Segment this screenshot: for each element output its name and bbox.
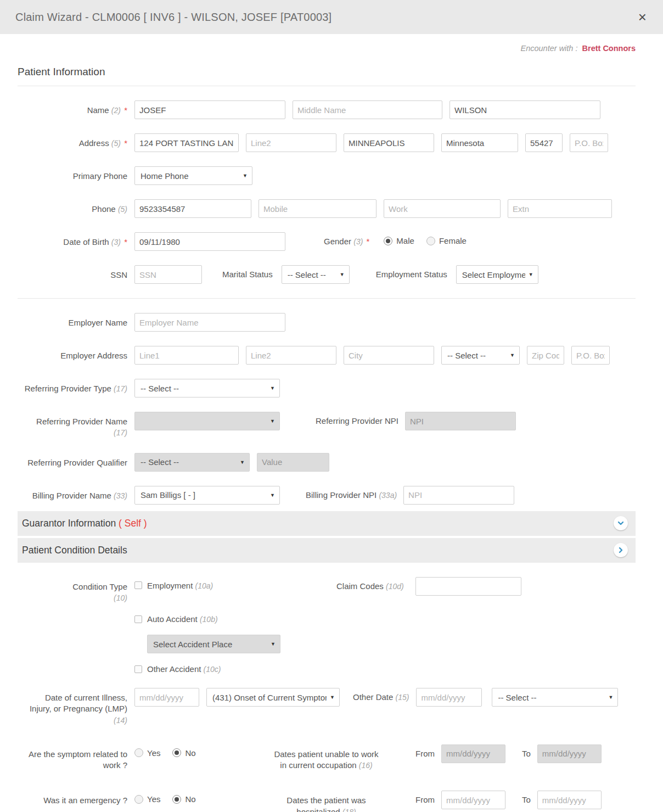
ssn-row: SSN Marital Status -- Select -- ▼ Employ…: [18, 265, 636, 284]
referring-provider-name-row: Referring Provider Name (17) ▼ Referring…: [18, 412, 636, 439]
illness-date-label: Date of current Illness, Injury, or Preg…: [18, 688, 127, 726]
middle-name-input[interactable]: [293, 100, 442, 119]
other-date-qualifier-select[interactable]: -- Select -- ▼: [492, 688, 618, 707]
emergency-no-radio[interactable]: No: [172, 794, 195, 804]
field-code: (5): [111, 139, 121, 148]
radio-selected-icon: [384, 237, 392, 245]
other-date-input[interactable]: [416, 688, 482, 707]
address-pobox-input[interactable]: [570, 133, 608, 152]
label-text: Auto Accident: [147, 614, 198, 624]
employer-address-row: Employer Address -- Select -- ▼: [18, 346, 636, 365]
field-code: (33): [114, 491, 127, 500]
mobile-phone-input[interactable]: [259, 199, 377, 218]
primary-phone-label: Primary Phone: [18, 166, 127, 182]
unable-work-from-input: [441, 744, 505, 763]
primary-phone-select[interactable]: Home Phone ▼: [134, 166, 252, 185]
radio-label: Male: [396, 236, 414, 245]
address-zip-input[interactable]: [525, 133, 563, 152]
label-text: Other Date: [353, 692, 393, 702]
home-phone-input[interactable]: [134, 199, 251, 218]
label-text: Condition Type: [72, 582, 127, 591]
close-icon[interactable]: ×: [638, 10, 647, 24]
emergency-row: Was it an emergency ? Yes No Dates the p…: [18, 791, 636, 812]
label-text: To: [522, 795, 531, 804]
radio-selected-icon: [172, 748, 181, 757]
address-row: Address (5) *: [18, 133, 636, 152]
billing-provider-npi-label: Billing Provider NPI (33a): [306, 486, 397, 500]
section-title-text: Patient Condition Details: [22, 545, 127, 556]
employer-pobox-input[interactable]: [571, 346, 610, 365]
dob-input[interactable]: [134, 232, 285, 251]
referring-provider-npi-input: [405, 412, 516, 430]
hospitalized-to-input[interactable]: [537, 791, 602, 809]
label-text: Billing Provider NPI: [306, 490, 377, 500]
work-phone-input[interactable]: [384, 199, 501, 218]
employment-status-label: Employment Status: [376, 265, 447, 279]
chevron-down-icon: ▼: [609, 695, 614, 700]
label-text: Dates the patient was: [286, 796, 366, 805]
illness-date-input[interactable]: [134, 688, 199, 707]
employer-name-input[interactable]: [134, 313, 285, 332]
section-guarantor-information[interactable]: Guarantor Information ( Self ): [18, 511, 636, 536]
chevron-down-icon[interactable]: [614, 516, 628, 530]
billing-provider-npi-input[interactable]: [403, 486, 514, 505]
auto-accident-checkbox[interactable]: [134, 615, 142, 623]
auto-accident-checkbox-item: Auto Accident (10b): [134, 614, 218, 624]
emergency-yes-radio[interactable]: Yes: [134, 794, 160, 804]
symptom-work-no-radio[interactable]: No: [172, 748, 195, 758]
label-text: Was it an emergency ?: [43, 796, 127, 805]
symptom-work-yes-radio[interactable]: Yes: [134, 748, 160, 758]
referring-provider-qualifier-row: Referring Provider Qualifier -- Select -…: [18, 453, 636, 472]
selected-value: Select Employment Status: [462, 270, 525, 279]
last-name-input[interactable]: [450, 100, 600, 119]
chevron-down-icon: ▼: [270, 492, 275, 498]
label-text: Marital Status: [222, 270, 273, 279]
employer-zip-input[interactable]: [527, 346, 564, 365]
ssn-input[interactable]: [134, 265, 202, 284]
encounter-provider-link[interactable]: Brett Connors: [582, 44, 636, 53]
label-text: work ?: [103, 760, 127, 770]
referring-provider-type-select[interactable]: -- Select -- ▼: [134, 379, 280, 397]
employer-state-select[interactable]: -- Select -- ▼: [441, 346, 520, 365]
referring-provider-name-label: Referring Provider Name (17): [18, 412, 127, 439]
radio-icon: [134, 748, 143, 757]
phone-extn-input[interactable]: [508, 199, 612, 218]
gender-female-radio[interactable]: Female: [426, 236, 467, 245]
address-line2-input[interactable]: [246, 133, 336, 152]
employer-city-input[interactable]: [344, 346, 434, 365]
claim-codes-input[interactable]: [415, 577, 521, 596]
first-name-input[interactable]: [134, 100, 285, 119]
field-code: (33a): [379, 491, 397, 500]
radio-label: No: [185, 794, 195, 804]
gender-label: Gender (3) *: [324, 232, 369, 246]
marital-status-select[interactable]: -- Select -- ▼: [282, 265, 350, 284]
employment-checkbox[interactable]: [134, 581, 142, 589]
address-line1-input[interactable]: [134, 133, 239, 152]
label-text: From: [415, 749, 435, 758]
required-asterisk: *: [124, 105, 127, 115]
selected-value: -- Select --: [141, 384, 267, 393]
address-city-input[interactable]: [344, 133, 434, 152]
billing-provider-name-select[interactable]: Sam Billigs [ - ] ▼: [134, 486, 280, 505]
section-patient-condition-details[interactable]: Patient Condition Details: [18, 538, 636, 563]
label-text: SSN: [110, 270, 127, 279]
employer-line1-input[interactable]: [134, 346, 239, 365]
label-text: hospitalized: [296, 807, 340, 812]
radio-icon: [426, 237, 435, 245]
other-accident-checkbox[interactable]: [134, 665, 142, 673]
illness-qualifier-select[interactable]: (431) Onset of Current Symptoms ▼: [206, 688, 340, 707]
gender-male-radio[interactable]: Male: [384, 236, 414, 245]
employer-line2-input[interactable]: [246, 346, 336, 365]
billing-provider-row: Billing Provider Name (33) Sam Billigs […: [18, 486, 636, 505]
hospitalized-from-input[interactable]: [441, 791, 505, 809]
section-title-text: Guarantor Information: [22, 518, 116, 529]
address-state-input[interactable]: [441, 133, 518, 152]
selected-value: (431) Onset of Current Symptoms: [212, 693, 327, 702]
chevron-right-icon[interactable]: [614, 543, 628, 557]
label-text: From: [415, 795, 435, 804]
employment-status-select[interactable]: Select Employment Status ▼: [456, 265, 538, 284]
required-asterisk: *: [124, 237, 127, 247]
guarantor-section-title: Guarantor Information ( Self ): [22, 518, 147, 529]
chevron-down-icon: ▼: [270, 385, 275, 391]
emergency-question: Was it an emergency ?: [18, 791, 127, 806]
